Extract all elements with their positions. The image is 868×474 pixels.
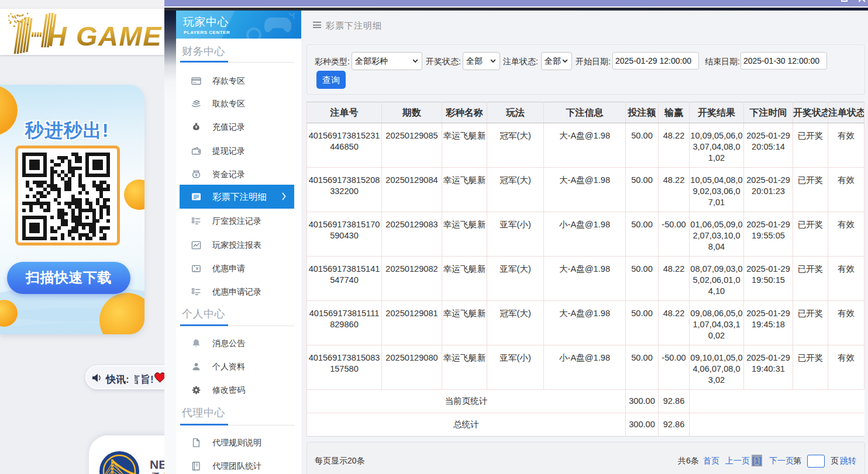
svg-text:¥: ¥ [195,172,198,178]
svg-text:¥: ¥ [196,267,198,271]
svg-text:H GAME: H GAME [47,20,162,51]
svg-text:¥: ¥ [195,125,198,129]
